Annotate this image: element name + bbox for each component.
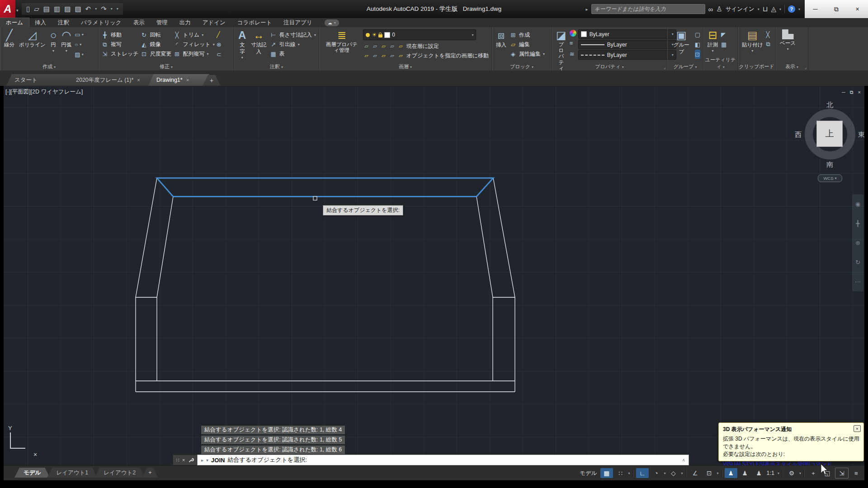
- annotation-autoscale-toggle[interactable]: ♟: [739, 468, 751, 478]
- base-view-button[interactable]: ベース ▾: [778, 28, 797, 63]
- tab-home[interactable]: ホーム: [0, 18, 29, 27]
- model-space-label[interactable]: モデル: [580, 469, 597, 477]
- minimize-button[interactable]: ─: [805, 0, 826, 18]
- view-panel-label[interactable]: 表示 ▾: [776, 63, 808, 70]
- new-layout-button[interactable]: +: [142, 468, 158, 478]
- layers-panel-label[interactable]: 画層 ▾: [319, 63, 491, 70]
- tab-annotate[interactable]: 注釈: [52, 18, 75, 27]
- annotation-scale-value[interactable]: 1:1: [767, 470, 774, 476]
- group-edit-button[interactable]: ◧: [695, 40, 700, 49]
- open-file-icon[interactable]: ▱: [34, 3, 39, 15]
- match-properties-button[interactable]: ◪ プロパティコピー: [555, 28, 568, 63]
- tab-parametric[interactable]: パラメトリック: [75, 18, 127, 27]
- layout-tab-layout2[interactable]: レイアウト2: [94, 468, 145, 478]
- qat-customize-icon[interactable]: ▾: [117, 3, 118, 15]
- scale-caret-icon[interactable]: ▾: [778, 471, 779, 475]
- annotation-visibility-toggle[interactable]: ♟: [725, 468, 737, 478]
- circle-button[interactable]: ○ 円 ▾: [49, 28, 58, 63]
- quick-select-button[interactable]: ◤: [721, 30, 726, 39]
- tab-view[interactable]: 表示: [127, 18, 151, 27]
- group-button[interactable]: ▣ グループ: [670, 28, 693, 63]
- app-caret-icon[interactable]: ▾: [779, 7, 781, 11]
- redo-icon[interactable]: ↷: [101, 3, 107, 15]
- erase-button[interactable]: ╱: [217, 30, 222, 39]
- linetype-icon[interactable]: ≋: [570, 49, 576, 58]
- signin-caret-icon[interactable]: ▾: [758, 7, 760, 11]
- command-options-caret-icon[interactable]: ▾: [206, 458, 208, 463]
- search-button-icon[interactable]: ∞: [708, 5, 713, 13]
- lineweight-select[interactable]: ByLayer ▾: [578, 40, 676, 49]
- recent-commands-icon[interactable]: ▸: [201, 458, 203, 463]
- dock-wrench-icon[interactable]: [188, 457, 194, 463]
- add-cleanup-icon[interactable]: +: [807, 468, 820, 478]
- ellipse-button[interactable]: ○ ▾: [75, 40, 83, 49]
- polar-caret-icon[interactable]: ▾: [664, 471, 666, 475]
- rotate-button[interactable]: ↻ 回転: [140, 30, 171, 40]
- copy-clip-button[interactable]: ⧉: [766, 40, 770, 49]
- new-file-icon[interactable]: ▯: [26, 3, 30, 15]
- object-snap-toggle[interactable]: ⊡: [703, 468, 716, 478]
- save-as-icon[interactable]: ▥: [54, 3, 60, 15]
- redo-caret-icon[interactable]: ▾: [111, 3, 113, 15]
- isodraft-caret-icon[interactable]: ▾: [681, 471, 683, 475]
- undo-icon[interactable]: ↶: [85, 3, 91, 15]
- annotation-panel-label[interactable]: 注釈 ▾: [234, 63, 319, 70]
- layer-select[interactable]: ☀ 0 ▾: [363, 29, 476, 40]
- snap-caret-icon[interactable]: ▾: [628, 471, 630, 475]
- layer-properties-button[interactable]: ≣ 画層プロパティ管理: [322, 28, 361, 63]
- object-color-select[interactable]: ByLayer ▾: [578, 29, 676, 39]
- signin-label[interactable]: サインイン: [726, 5, 755, 13]
- rectangle-button[interactable]: ▭ ▾: [75, 30, 83, 39]
- dock-close-icon[interactable]: ×: [182, 457, 185, 463]
- autodesk-app-icon[interactable]: ◬: [771, 5, 776, 13]
- help-search-input[interactable]: [591, 4, 705, 14]
- draw-panel-label[interactable]: 作成 ▾: [0, 63, 98, 70]
- signin-avatar-icon[interactable]: ♙: [716, 5, 722, 13]
- layout-tab-model[interactable]: モデル: [14, 468, 50, 478]
- create-block-button[interactable]: ⊞ 作成: [509, 30, 545, 40]
- print-icon[interactable]: ▧: [75, 3, 81, 15]
- mirror-button[interactable]: ◭ 鏡像: [140, 40, 171, 49]
- file-tab-drawing1-close-icon[interactable]: ×: [186, 77, 189, 83]
- tab-insert[interactable]: 挿入: [29, 18, 52, 27]
- properties-dialog-launcher-icon[interactable]: ⌟: [664, 65, 665, 70]
- dock-drag-dots-icon[interactable]: ∷: [176, 457, 179, 463]
- tab-output[interactable]: 出力: [174, 18, 197, 27]
- join-button[interactable]: ⊂: [217, 50, 222, 59]
- tab-manage[interactable]: 管理: [151, 18, 174, 27]
- calculator-button[interactable]: ▦: [721, 40, 726, 49]
- edit-attributes-button[interactable]: ◈ 属性編集 ▾: [509, 49, 545, 59]
- linetype-select[interactable]: ByLayer ▾: [578, 50, 676, 60]
- command-expand-caret-icon[interactable]: ˄: [682, 458, 685, 463]
- tab-collaborate[interactable]: コラボレート: [231, 18, 278, 27]
- insert-block-button[interactable]: ⧈ 挿入: [495, 28, 508, 63]
- file-tab-frame-close-icon[interactable]: ×: [137, 77, 140, 83]
- layout-tab-layout1[interactable]: レイアウト1: [47, 468, 97, 478]
- tab-addins[interactable]: アドイン: [197, 18, 231, 27]
- osnap-caret-icon[interactable]: ▾: [717, 471, 719, 475]
- status-menu-icon[interactable]: ≡: [850, 468, 863, 478]
- share-cloud-button[interactable]: ☁ ▾: [325, 19, 339, 26]
- copy-button[interactable]: ⧉ 複写: [101, 40, 138, 49]
- save-icon[interactable]: ▤: [43, 3, 50, 15]
- move-to-layer-button[interactable]: ▱ ▱ ▱ ▱ ▱ オブジェクトを指定の画層に移動: [363, 51, 489, 61]
- leader-button[interactable]: ↗ 引出線 ▾: [270, 40, 316, 49]
- move-button[interactable]: ╋ 移動: [101, 30, 138, 40]
- search-expander-icon[interactable]: ▸: [586, 7, 588, 12]
- command-input[interactable]: ▸ ▾ JOIN 結合するオブジェクトを選択: ˄: [197, 455, 689, 465]
- customization-gear-icon[interactable]: ⚙: [785, 468, 798, 478]
- isodraft-toggle[interactable]: ◇: [667, 468, 680, 478]
- array-button[interactable]: ⊞ 配列複写 ▾: [173, 49, 214, 59]
- scale-button[interactable]: ⊡ 尺度変更: [140, 49, 171, 59]
- application-menu-button[interactable]: A: [0, 0, 15, 18]
- block-panel-label[interactable]: ブロック ▾: [492, 63, 552, 70]
- selection-grip[interactable]: [313, 197, 317, 200]
- ortho-toggle[interactable]: ∟: [636, 468, 649, 478]
- help-caret-icon[interactable]: ▾: [798, 7, 800, 11]
- object-snap-tracking-toggle[interactable]: ∠: [689, 468, 702, 478]
- line-button[interactable]: ╱ 線分: [3, 28, 16, 63]
- command-dock-grip[interactable]: ∷ ×: [173, 455, 197, 465]
- trim-button[interactable]: ╳ トリム ▾: [173, 30, 214, 40]
- app-store-cart-icon[interactable]: ⊔: [763, 5, 768, 13]
- color-wheel-icon[interactable]: [570, 30, 576, 37]
